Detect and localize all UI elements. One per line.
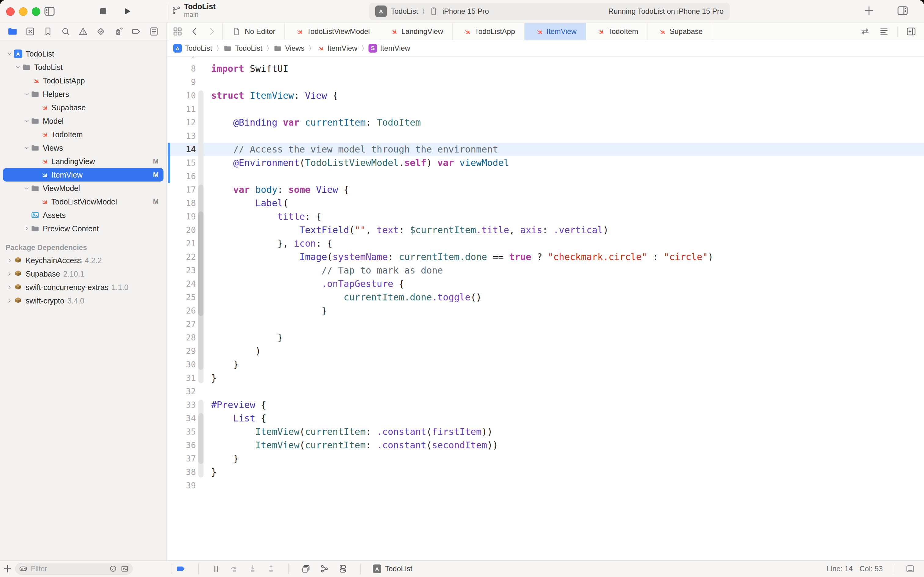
breadcrumb-item-views[interactable]: Views	[274, 44, 305, 53]
code-line-35[interactable]: 35 ItemView(currentItem: .constant(first…	[167, 425, 924, 438]
source-editor[interactable]: 78import SwiftUI910struct ItemView: View…	[167, 56, 924, 560]
issue-navigator-button[interactable]	[77, 26, 89, 37]
sidebar-item-helpers[interactable]: Helpers	[3, 87, 163, 101]
zoom-button[interactable]	[32, 7, 40, 16]
code-line-10[interactable]: 10struct ItemView: View {	[167, 89, 924, 102]
adjust-editor-button[interactable]	[879, 26, 889, 37]
code-line-16[interactable]: 16	[167, 169, 924, 183]
code-line-28[interactable]: 28 }	[167, 331, 924, 345]
sidebar-item-preview-content[interactable]: Preview Content	[3, 222, 163, 235]
activity-status-bar[interactable]: TodoList ⟩ iPhone 15 Pro Running TodoLis…	[369, 3, 730, 20]
pause-button[interactable]	[211, 564, 221, 574]
tab-landingview[interactable]: LandingView	[379, 23, 452, 40]
sidebar-item-supabase[interactable]: Supabase	[3, 101, 163, 114]
tab-no-editor[interactable]: No Editor	[223, 23, 285, 40]
running-process[interactable]: TodoList	[373, 564, 412, 573]
tab-todoitem[interactable]: TodoItem	[586, 23, 648, 40]
sidebar-item-viewmodel[interactable]: ViewModel	[3, 182, 163, 195]
code-review-button[interactable]	[860, 26, 871, 37]
sidebar-item-todolist[interactable]: TodoList	[3, 61, 163, 74]
forward-button[interactable]	[206, 26, 217, 37]
tab-itemview[interactable]: ItemView	[525, 23, 586, 40]
canvas-toggle-button[interactable]	[905, 564, 916, 574]
code-line-20[interactable]: 20 TextField("", text: $currentItem.titl…	[167, 223, 924, 237]
code-line-36[interactable]: 36 ItemView(currentItem: .constant(secon…	[167, 438, 924, 452]
sidebar-item-views[interactable]: Views	[3, 141, 163, 155]
code-line-31[interactable]: 31}	[167, 371, 924, 385]
run-button[interactable]	[121, 5, 134, 18]
code-line-12[interactable]: 12 @Binding var currentItem: TodoItem	[167, 116, 924, 129]
code-line-39[interactable]: 39	[167, 479, 924, 492]
filter-field[interactable]	[15, 563, 133, 575]
recents-button[interactable]	[108, 564, 118, 573]
code-line-14[interactable]: 14 // Access the view model through the …	[167, 143, 924, 156]
code-line-27[interactable]: 27	[167, 318, 924, 331]
add-button[interactable]	[863, 5, 875, 17]
breadcrumb-item-todolist[interactable]: TodoList	[223, 44, 262, 53]
code-line-17[interactable]: 17 var body: some View {	[167, 183, 924, 197]
step-into-button[interactable]	[248, 564, 258, 574]
breadcrumb-item-itemview[interactable]: ItemView	[316, 44, 357, 53]
add-editor-button[interactable]	[906, 26, 917, 37]
step-out-button[interactable]	[266, 564, 276, 574]
sidebar-item-landingview[interactable]: LandingViewM	[3, 155, 163, 168]
sidebar-item-todolistapp[interactable]: TodoListApp	[3, 74, 163, 87]
toggle-left-sidebar-button[interactable]	[43, 5, 56, 18]
test-navigator-button[interactable]	[95, 26, 106, 37]
disclosure-right-icon[interactable]	[5, 271, 13, 277]
code-line-30[interactable]: 30 }	[167, 358, 924, 371]
filter-scope-button[interactable]	[120, 564, 129, 573]
sidebar-item-itemview[interactable]: ItemViewM	[3, 168, 163, 182]
find-navigator-button[interactable]	[60, 26, 71, 37]
code-line-23[interactable]: 23 // Tap to mark as done	[167, 264, 924, 277]
code-line-38[interactable]: 38}	[167, 466, 924, 479]
disclosure-down-icon[interactable]	[23, 118, 31, 124]
memory-graph-button[interactable]	[319, 564, 330, 574]
disclosure-down-icon[interactable]	[5, 50, 13, 57]
disclosure-down-icon[interactable]	[23, 91, 31, 97]
back-button[interactable]	[190, 26, 200, 37]
code-line-37[interactable]: 37 }	[167, 452, 924, 466]
disclosure-right-icon[interactable]	[23, 225, 31, 232]
filter-input[interactable]	[30, 564, 106, 573]
disclosure-right-icon[interactable]	[5, 284, 13, 291]
close-button[interactable]	[6, 7, 14, 16]
code-line-25[interactable]: 25 currentItem.done.toggle()	[167, 291, 924, 304]
code-line-7[interactable]: 7	[167, 56, 924, 62]
disclosure-down-icon[interactable]	[23, 185, 31, 192]
tab-supabase[interactable]: Supabase	[647, 23, 712, 40]
code-line-26[interactable]: 26 }	[167, 304, 924, 318]
disclosure-right-icon[interactable]	[5, 297, 13, 304]
disclosure-right-icon[interactable]	[5, 257, 13, 264]
debug-navigator-button[interactable]	[113, 26, 124, 37]
breadcrumb-item-itemview[interactable]: SItemView	[369, 44, 410, 53]
sidebar-item-model[interactable]: Model	[3, 114, 163, 128]
code-line-22[interactable]: 22 Image(systemName: currentItem.done ==…	[167, 250, 924, 264]
code-line-11[interactable]: 11	[167, 102, 924, 116]
code-line-29[interactable]: 29 )	[167, 345, 924, 358]
tab-todolistapp[interactable]: TodoListApp	[452, 23, 524, 40]
minimize-button[interactable]	[19, 7, 27, 16]
code-line-15[interactable]: 15 @Environment(TodoListViewModel.self) …	[167, 156, 924, 169]
project-navigator-button[interactable]	[7, 26, 18, 37]
breakpoint-navigator-button[interactable]	[131, 26, 142, 37]
code-line-18[interactable]: 18 Label(	[167, 197, 924, 210]
disclosure-down-icon[interactable]	[23, 145, 31, 151]
report-navigator-button[interactable]	[148, 26, 159, 37]
breakpoints-toggle-button[interactable]	[176, 564, 186, 574]
code-line-32[interactable]: 32	[167, 385, 924, 398]
code-line-21[interactable]: 21 }, icon: {	[167, 237, 924, 250]
package-item-keychainaccess[interactable]: KeychainAccess4.2.2	[3, 254, 163, 267]
breadcrumb-item-todolist[interactable]: TodoList	[173, 44, 212, 53]
step-over-button[interactable]	[229, 564, 240, 574]
package-item-swift-concurrency-extras[interactable]: swift-concurrency-extras1.1.0	[3, 280, 163, 294]
code-line-13[interactable]: 13	[167, 129, 924, 143]
code-line-8[interactable]: 8import SwiftUI	[167, 62, 924, 76]
bookmark-navigator-button[interactable]	[42, 26, 53, 37]
code-line-33[interactable]: 33#Preview {	[167, 398, 924, 412]
run-destination[interactable]: iPhone 15 Pro	[443, 7, 489, 16]
scheme-name[interactable]: TodoList	[391, 7, 418, 16]
code-line-34[interactable]: 34 List {	[167, 412, 924, 425]
code-line-24[interactable]: 24 .onTapGesture {	[167, 277, 924, 291]
tab-todolistviewmodel[interactable]: TodoListViewModel	[285, 23, 379, 40]
